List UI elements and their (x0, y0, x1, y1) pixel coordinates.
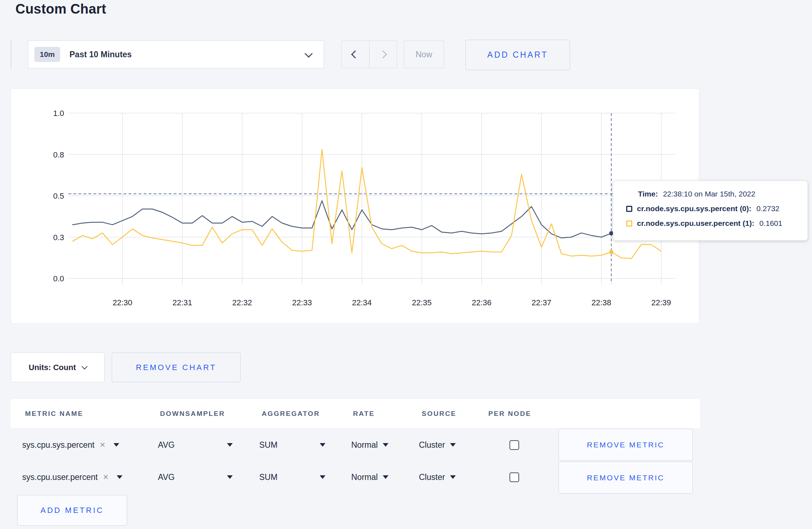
dropdown-arrow-icon (383, 443, 388, 447)
timeseries-chart[interactable]: 0.00.30.50.81.022:3022:3122:3222:3322:34… (11, 89, 699, 323)
series-line-sys (73, 201, 661, 238)
time-back-button[interactable] (342, 41, 369, 68)
aggregator-select[interactable]: SUM (259, 463, 277, 491)
col-header-metric-name: METRIC NAME (25, 399, 83, 428)
x-axis-label: 22:39 (651, 298, 671, 307)
remove-chart-button[interactable]: REMOVE CHART (112, 353, 241, 382)
units-label: Units: Count (29, 363, 76, 372)
y-axis-label: 1.0 (53, 109, 64, 118)
aggregator-arrow[interactable] (320, 431, 325, 459)
toolbar-divider (11, 40, 11, 68)
time-range-nav (341, 40, 397, 68)
tooltip-series-user-value: 0.1601 (759, 219, 782, 228)
tooltip-time-label: Time: (638, 190, 658, 198)
source-select[interactable]: Cluster (419, 463, 456, 491)
x-axis-label: 22:36 (472, 298, 492, 307)
chevron-down-icon (305, 50, 313, 58)
add-chart-button[interactable]: ADD CHART (465, 40, 570, 70)
x-axis-label: 22:33 (292, 298, 312, 307)
downsampler-arrow[interactable] (227, 431, 233, 459)
tooltip-time-value: 22:38:10 on Mar 15th, 2022 (663, 190, 755, 198)
col-header-source: SOURCE (422, 399, 456, 428)
dropdown-arrow-icon (320, 475, 325, 479)
remove-metric-button[interactable]: REMOVE METRIC (559, 429, 693, 461)
metric-name-select[interactable]: sys.cpu.sys.percent✕ (22, 431, 119, 459)
time-forward-button[interactable] (369, 41, 397, 68)
x-axis-label: 22:37 (532, 298, 551, 307)
time-range-dropdown[interactable]: 10m Past 10 Minutes (28, 40, 324, 68)
dropdown-arrow-icon (117, 475, 122, 479)
aggregator-arrow[interactable] (320, 463, 325, 491)
per-node-checkbox[interactable] (509, 472, 519, 482)
source-select[interactable]: Cluster (419, 431, 456, 459)
dropdown-arrow-icon (450, 475, 456, 479)
series-line-user (73, 150, 661, 259)
add-metric-button[interactable]: ADD METRIC (17, 495, 127, 526)
tooltip-series-sys-value: 0.2732 (757, 204, 779, 213)
x-axis-label: 22:30 (112, 298, 132, 307)
aggregator-select[interactable]: SUM (259, 431, 277, 459)
dropdown-arrow-icon (113, 443, 119, 447)
x-axis-label: 22:34 (352, 298, 372, 307)
y-axis-label: 0.3 (53, 233, 64, 242)
time-range-label: Past 10 Minutes (69, 50, 132, 59)
tooltip-series-user-label: cr.node.sys.cpu.user.percent (1): (637, 219, 754, 228)
y-axis-label: 0.8 (53, 150, 64, 159)
per-node-checkbox[interactable] (509, 440, 519, 450)
time-range-badge: 10m (34, 47, 60, 62)
remove-metric-button[interactable]: REMOVE METRIC (559, 462, 693, 494)
clear-metric-icon[interactable]: ✕ (100, 441, 106, 449)
chevron-left-icon (351, 50, 359, 59)
x-axis-label: 22:35 (412, 298, 431, 307)
chevron-down-icon (81, 363, 87, 369)
dropdown-arrow-icon (383, 475, 388, 479)
col-header-per-node: PER NODE (488, 399, 531, 428)
units-dropdown[interactable]: Units: Count (11, 353, 105, 382)
downsampler-arrow[interactable] (227, 463, 233, 491)
downsampler-select[interactable]: AVG (158, 431, 175, 459)
dropdown-arrow-icon (450, 443, 456, 447)
dropdown-arrow-icon (320, 443, 325, 447)
metric-name-select[interactable]: sys.cpu.user.percent✕ (22, 463, 122, 491)
chevron-right-icon (379, 50, 387, 59)
metrics-table-header: METRIC NAME DOWNSAMPLER AGGREGATOR RATE … (11, 399, 700, 428)
x-axis-label: 22:31 (173, 298, 192, 307)
y-axis-label: 0.0 (53, 274, 64, 283)
dropdown-arrow-icon (227, 475, 233, 479)
chart-card: 0.00.30.50.81.022:3022:3122:3222:3322:34… (11, 88, 699, 324)
rate-select[interactable]: Normal (351, 431, 388, 459)
x-axis-label: 22:38 (591, 298, 611, 307)
page-title: Custom Chart (15, 1, 106, 17)
tooltip-series-sys-label: cr.node.sys.cpu.sys.percent (0): (637, 204, 751, 213)
clear-metric-icon[interactable]: ✕ (103, 473, 109, 481)
downsampler-select[interactable]: AVG (158, 463, 175, 491)
now-button[interactable]: Now (404, 40, 444, 68)
crosshair-point (609, 250, 613, 254)
y-axis-label: 0.5 (53, 191, 64, 200)
col-header-aggregator: AGGREGATOR (262, 399, 320, 428)
series-user-swatch-icon (626, 220, 632, 227)
col-header-rate: RATE (353, 399, 375, 428)
series-sys-swatch-icon (626, 206, 632, 212)
x-axis-label: 22:32 (232, 298, 252, 307)
dropdown-arrow-icon (227, 443, 233, 447)
custom-chart-page: Custom Chart 10m Past 10 Minutes Now ADD… (0, 0, 812, 529)
chart-tooltip: Time: 22:38:10 on Mar 15th, 2022 cr.node… (613, 181, 808, 241)
col-header-downsampler: DOWNSAMPLER (160, 399, 225, 428)
rate-select[interactable]: Normal (351, 463, 388, 491)
